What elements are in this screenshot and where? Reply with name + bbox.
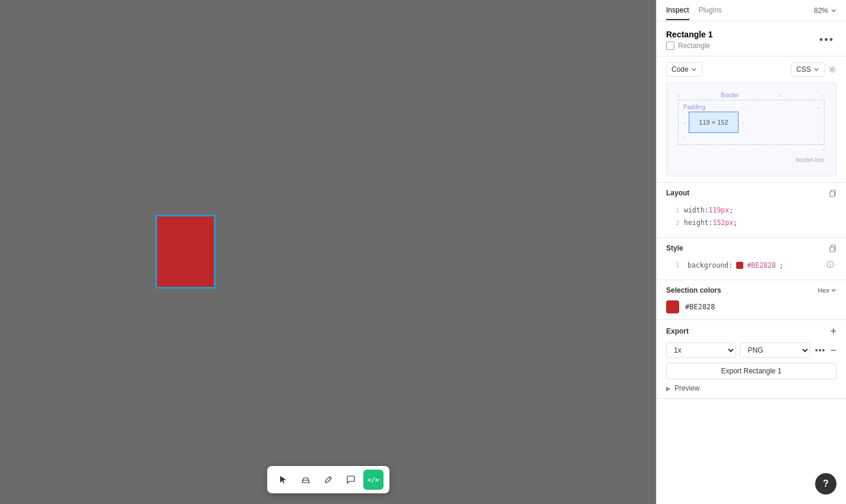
hex-format-label: Hex [818, 287, 829, 294]
svg-rect-2 [830, 247, 835, 252]
chevron-down-icon [831, 8, 837, 14]
layout-code-block: 1 width: 119px ; 2 height: 152px ; [666, 202, 837, 232]
panel-tabs: Inspect Plugins 82% [657, 0, 846, 21]
hex-chevron-icon [831, 287, 837, 293]
element-title: Rectangle 1 [666, 30, 713, 39]
export-scale-select[interactable]: 1x [666, 343, 736, 358]
style-copy-button[interactable] [828, 244, 837, 252]
canvas-area: </> [0, 0, 656, 504]
element-more-button[interactable]: ••• [817, 34, 837, 46]
help-button[interactable]: ? [815, 473, 837, 495]
export-add-button[interactable]: + [830, 326, 837, 337]
preview-label: Preview [674, 384, 700, 392]
export-section: Export + 1x PNG ••• − Export Rectangle 1… [657, 320, 846, 399]
tab-inspect[interactable]: Inspect [666, 1, 689, 20]
zoom-control[interactable]: 82% [814, 7, 837, 15]
hex-format-dropdown[interactable]: Hex [818, 287, 837, 294]
code-section: Code CSS - [657, 56, 846, 183]
box-border-dash-left: - [678, 92, 680, 99]
layout-copy-button[interactable] [828, 189, 837, 197]
export-format-select[interactable]: PNG [740, 343, 810, 358]
export-more-button[interactable]: ••• [814, 345, 827, 355]
code-dropdown-chevron [691, 66, 697, 72]
bottom-toolbar: </> [267, 466, 389, 493]
settings-icon [828, 65, 837, 74]
box-inner-dimensions: 119 × 152 [689, 112, 738, 133]
info-icon [826, 261, 834, 268]
comment-tool-button[interactable] [341, 470, 361, 490]
box-border-dash-right: - [780, 92, 781, 99]
box-border-label: Border [721, 92, 739, 99]
border-box-label: border-box [796, 157, 825, 163]
zoom-value: 82% [814, 7, 828, 15]
box-dimensions-label: 119 × 152 [699, 119, 728, 126]
svg-rect-1 [830, 192, 835, 196]
edit-tool-button[interactable] [318, 470, 338, 490]
preview-chevron-icon: ▶ [666, 385, 671, 392]
box-model-diagram: - Border - - Padding - - [666, 83, 837, 176]
code-tool-button[interactable]: </> [363, 470, 384, 490]
selection-color-hex: #BE2828 [685, 303, 715, 311]
box-padding-label: Padding [683, 104, 705, 110]
preview-row[interactable]: ▶ Preview [666, 384, 837, 392]
svg-point-4 [830, 262, 831, 263]
style-code-block: 1 background: #BE2828 ; [666, 257, 837, 274]
code-language-dropdown[interactable]: Code [666, 62, 702, 77]
style-info-button[interactable] [826, 261, 834, 270]
cursor-tool-button[interactable] [273, 470, 293, 490]
rectangle-element[interactable] [157, 217, 214, 287]
export-remove-button[interactable]: − [831, 345, 837, 356]
tab-plugins[interactable]: Plugins [699, 1, 722, 20]
code-settings-button[interactable] [828, 65, 837, 74]
style-section-title: Style [666, 244, 683, 252]
layout-section: Layout 1 width: 119px ; 2 height: 152px … [657, 183, 846, 238]
element-header: Rectangle 1 Rectangle ••• [657, 21, 846, 56]
layout-section-title: Layout [666, 189, 689, 197]
copy-icon-2 [828, 244, 837, 252]
selection-colors-title: Selection colors [666, 286, 721, 294]
svg-point-0 [831, 68, 834, 71]
eraser-tool-button[interactable] [296, 470, 316, 490]
box-border-dash-far: - [823, 92, 825, 99]
copy-icon [828, 189, 837, 197]
code-format-dropdown[interactable]: CSS [791, 62, 825, 77]
element-type-icon [666, 42, 674, 50]
selection-color-swatch[interactable] [666, 300, 679, 313]
style-color-swatch [736, 262, 743, 269]
export-rectangle-button[interactable]: Export Rectangle 1 [666, 363, 837, 379]
style-section: Style 1 background: #BE2828 ; [657, 238, 846, 280]
export-section-title: Export [666, 327, 689, 335]
format-dropdown-chevron [813, 66, 819, 72]
selection-colors-section: Selection colors Hex #BE2828 [657, 280, 846, 320]
right-panel: Inspect Plugins 82% Rectangle 1 Rectangl… [656, 0, 846, 504]
element-type-label: Rectangle [678, 42, 710, 50]
color-row: #BE2828 [666, 300, 837, 313]
